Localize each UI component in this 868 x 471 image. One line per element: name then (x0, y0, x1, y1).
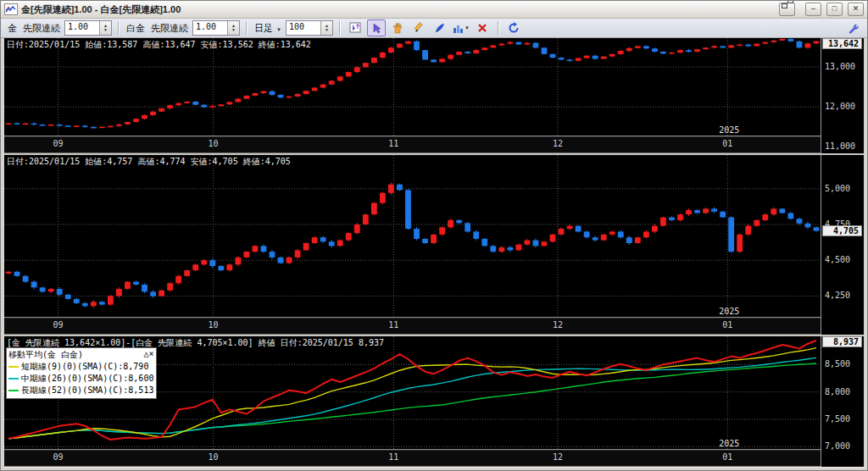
year-label: 2025 (719, 307, 739, 316)
bar-count-value[interactable]: 100 (287, 21, 320, 35)
gold-label: 金 (8, 22, 17, 35)
time-axis-label: 09 (53, 139, 64, 148)
cascade-windows-button[interactable] (779, 3, 795, 16)
titlebar: 金[先限連続]1.00 - 白金[先限連続]1.00 – □ ✕ (1, 1, 867, 19)
time-axis-label: 12 (553, 320, 563, 330)
legend-long-ma: 長期線(52)(0)(SMA)(C):8,513 (8, 385, 153, 396)
maximize-button[interactable]: □ (826, 3, 843, 16)
spread-time-axis[interactable]: 0910111201 (4, 449, 821, 467)
hand-pan-icon[interactable] (388, 19, 407, 36)
gold-time-axis[interactable]: 0910111201 (4, 136, 821, 153)
delete-drawing-icon[interactable] (473, 19, 492, 36)
gold-ohlc-info: 日付:2025/01/15 始値:13,587 高値:13,647 安値:13,… (7, 39, 311, 51)
gold-series-label: 先限連続 (23, 22, 60, 35)
toolbar-separator (339, 21, 340, 35)
spread-line-chart[interactable]: [金 先限連続 13,642×1.00]-[白金 先限連続 4,705×1.00… (4, 336, 821, 449)
short-ma-swatch (8, 366, 19, 368)
platinum-series-label: 先限連続 (151, 22, 188, 35)
time-axis-label: 09 (53, 320, 64, 330)
bar-chart-type-icon[interactable]: ▼ (452, 19, 470, 36)
platinum-candlestick-chart[interactable]: 日付:2025/01/15 始値:4,757 高値:4,774 安値:4,705… (4, 155, 821, 317)
current-price-tag: 13,642 (822, 38, 862, 49)
refresh-icon[interactable] (504, 19, 523, 36)
bar-count-spin-buttons[interactable]: ▲▼ (320, 21, 332, 35)
time-axis-label: 09 (53, 452, 64, 462)
minimize-button[interactable]: – (805, 3, 821, 16)
charts-container: 日付:2025/01/15 始値:13,587 高値:13,647 安値:13,… (4, 38, 864, 465)
gold-ratio-spin-buttons[interactable]: ▲▼ (99, 21, 111, 35)
moving-average-legend: 移動平均(金 白金) △× 短期線(9)(0)(SMA)(C):8,790 中期… (6, 347, 157, 399)
year-label: 2025 (719, 439, 739, 448)
legend-mid-ma: 中期線(26)(0)(SMA)(C):8,600 (8, 373, 153, 385)
gold-ratio-value[interactable]: 1.00 (65, 21, 99, 35)
chevron-down-icon: ▼ (465, 25, 470, 30)
time-axis-label: 10 (209, 320, 219, 330)
gold-ratio-spinner[interactable]: 1.00 ▲▼ (64, 20, 112, 36)
long-ma-swatch (8, 390, 19, 391)
select-arrow-icon[interactable] (367, 19, 386, 36)
price-axis-label: 11,000 (825, 141, 855, 151)
period-dropdown[interactable]: 日足 ▼ (254, 22, 281, 35)
legend-short-ma: 短期線(9)(0)(SMA)(C):8,790 (8, 361, 153, 373)
legend-title: 移動平均(金 白金) (8, 349, 83, 361)
window-title: 金[先限連続]1.00 - 白金[先限連続]1.00 (21, 3, 774, 16)
year-label: 2025 (719, 125, 739, 135)
chart-app-window: 金[先限連続]1.00 - 白金[先限連続]1.00 – □ ✕ 金 先限連続 … (0, 0, 868, 471)
gold-svg (4, 38, 821, 136)
spread-chart-panel: [金 先限連続 13,642×1.00]-[白金 先限連続 4,705×1.00… (4, 336, 864, 467)
time-axis-label: 12 (553, 139, 563, 148)
gold-chart-panel: 日付:2025/01/15 始値:13,587 高値:13,647 安値:13,… (4, 38, 864, 155)
legend-controls[interactable]: △× (143, 349, 153, 361)
platinum-chart-panel: 日付:2025/01/15 始値:4,757 高値:4,774 安値:4,705… (4, 155, 864, 336)
platinum-ohlc-info: 日付:2025/01/15 始値:4,757 高値:4,774 安値:4,705… (7, 156, 291, 168)
platinum-price-axis[interactable]: 5,0004,7504,5004,2504,705 (821, 155, 864, 335)
current-price-tag: 8,937 (822, 336, 862, 347)
price-axis-label: 8,500 (825, 359, 850, 368)
time-axis-label: 01 (722, 452, 732, 462)
close-button[interactable]: ✕ (848, 3, 864, 16)
gold-price-axis[interactable]: 13,00012,00011,00013,642 (821, 38, 864, 153)
app-chart-icon (4, 3, 18, 15)
time-axis-label: 11 (388, 320, 398, 330)
settings-wrench-icon[interactable] (843, 19, 862, 36)
toolbar-separator (498, 21, 498, 35)
toolbar-separator (246, 21, 247, 35)
toolbar-separator (118, 21, 119, 35)
platinum-label: 白金 (126, 22, 145, 35)
crosshair-tracker-icon[interactable] (346, 19, 364, 36)
time-axis-label: 12 (553, 452, 563, 462)
price-axis-label: 7,500 (825, 414, 850, 424)
mid-ma-swatch (8, 378, 19, 380)
platinum-ratio-spin-buttons[interactable]: ▲▼ (227, 21, 239, 35)
chevron-down-icon: ▼ (276, 27, 281, 32)
time-axis-label: 10 (209, 139, 219, 148)
price-axis-label: 4,250 (825, 291, 850, 300)
platinum-time-axis[interactable]: 0910111201 (4, 317, 821, 335)
platinum-svg (4, 155, 821, 317)
time-axis-label: 11 (388, 139, 398, 148)
platinum-ratio-spinner[interactable]: 1.00 ▲▼ (192, 20, 240, 36)
price-axis-label: 5,000 (825, 184, 850, 193)
toolbar: 金 先限連続 1.00 ▲▼ 白金 先限連続 1.00 ▲▼ 日足 ▼ 100 … (1, 19, 867, 38)
time-axis-label: 10 (209, 452, 219, 462)
gold-candlestick-chart[interactable]: 日付:2025/01/15 始値:13,587 高値:13,647 安値:13,… (4, 38, 821, 136)
current-price-tag: 4,705 (822, 225, 862, 236)
bar-count-spinner[interactable]: 100 ▲▼ (286, 20, 333, 36)
window-bottom-edge (4, 467, 864, 471)
price-axis-label: 12,000 (825, 102, 855, 111)
time-axis-label: 01 (722, 139, 732, 148)
time-axis-label: 01 (722, 320, 732, 330)
price-axis-label: 8,000 (825, 387, 850, 396)
pen-trend-icon[interactable] (431, 19, 449, 36)
price-axis-label: 4,500 (825, 255, 850, 264)
spread-price-axis[interactable]: 8,5008,0007,5007,0008,937 (821, 336, 864, 467)
pencil-draw-icon[interactable] (409, 19, 428, 36)
price-axis-label: 13,000 (825, 62, 855, 71)
time-axis-label: 11 (388, 452, 398, 462)
platinum-ratio-value[interactable]: 1.00 (193, 21, 227, 35)
price-axis-label: 7,000 (825, 441, 850, 451)
